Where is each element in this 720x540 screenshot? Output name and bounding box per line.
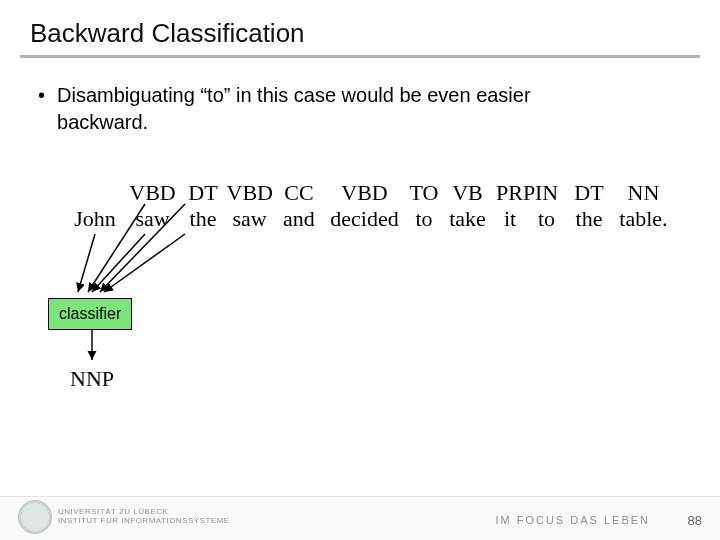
svg-line-1 — [88, 204, 145, 292]
svg-line-0 — [78, 234, 95, 292]
tag-8: PRP — [496, 180, 524, 206]
tag-10: DT — [569, 180, 609, 206]
word-4: and — [278, 206, 320, 232]
tag-6: TO — [409, 180, 439, 206]
input-arrows-icon — [40, 192, 240, 302]
bullet-text: Disambiguating “to” in this case would b… — [57, 82, 617, 136]
word-10: the — [569, 206, 609, 232]
svg-line-2 — [92, 234, 145, 292]
word-6: to — [409, 206, 439, 232]
svg-line-3 — [100, 204, 185, 292]
tag-5: VBD — [326, 180, 404, 206]
tag-4: CC — [278, 180, 320, 206]
word-5: decided — [326, 206, 404, 232]
title-underline — [20, 55, 700, 58]
bullet-row: • Disambiguating “to” in this case would… — [38, 82, 690, 136]
word-8: it — [496, 206, 524, 232]
classifier-box: classifier — [48, 298, 132, 330]
university-seal-icon — [18, 500, 52, 534]
output-arrow-icon — [84, 328, 104, 368]
slide-title: Backward Classification — [30, 18, 690, 49]
output-tag: NNP — [70, 366, 114, 392]
tag-9: IN — [530, 180, 564, 206]
tag-11: NN — [615, 180, 673, 206]
diagram: VBD DT VBD CC VBD TO VB PRP IN DT NN Joh… — [30, 180, 690, 410]
footer-bar: UNIVERSITÄT ZU LÜBECK INSTITUT FÜR INFOR… — [0, 496, 720, 540]
word-11: table. — [615, 206, 673, 232]
slide: Backward Classification • Disambiguating… — [0, 0, 720, 540]
motto-text: IM FOCUS DAS LEBEN — [495, 514, 650, 526]
tag-7: VB — [445, 180, 491, 206]
word-9: to — [530, 206, 564, 232]
university-line2: INSTITUT FÜR INFORMATIONSSYSTEME — [58, 517, 230, 526]
word-7: take — [445, 206, 491, 232]
bullet-dot: • — [38, 82, 45, 136]
svg-line-4 — [104, 234, 185, 292]
page-number: 88 — [688, 513, 702, 528]
university-name: UNIVERSITÄT ZU LÜBECK INSTITUT FÜR INFOR… — [58, 508, 230, 526]
